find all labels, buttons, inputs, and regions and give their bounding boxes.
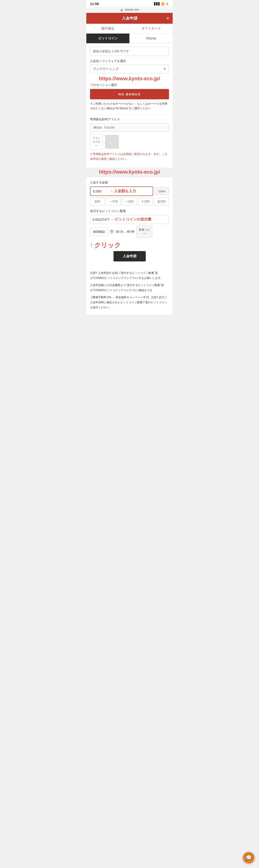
wifi-icon: 📶 — [161, 2, 165, 5]
browser-bar: 🔒 eldoah.com — [86, 7, 173, 13]
status-icons: ▋▋▋ 📶 🔋 — [154, 2, 169, 5]
amount-label: 入金する金額 — [90, 181, 169, 185]
qr-copy-row: アドレスコピー — [90, 134, 169, 150]
tab-bitcoin[interactable]: ビットコイン — [86, 34, 130, 43]
timer-icon: ⏱ — [110, 229, 114, 234]
wallet-address: 3N1Us 7cbzSh — [90, 123, 169, 132]
click-arrow-icon: ↑ — [90, 242, 93, 248]
no-bonus-button[interactable]: NO BONUS — [90, 89, 169, 99]
click-text: クリック — [94, 241, 121, 250]
tabs-row-1: 銀行振込 ギフトカード — [86, 24, 173, 34]
notice-text: 最低入金額は 1,000 円です — [93, 50, 129, 53]
notes-section: 注意!! 入金申請する前に"送付するビットコイン数量"及び"CASINOビットコ… — [86, 268, 173, 315]
quick-amount-1000[interactable]: 一千円 — [106, 198, 121, 206]
btc-label: 送付するビットコイン数量 — [90, 209, 169, 213]
browser-url: eldoah.com — [125, 8, 139, 11]
status-bar: 11:58 ▋▋▋ 📶 🔋 — [86, 0, 173, 7]
modal-title: 入金申請 — [122, 16, 138, 21]
quick-amount-100000[interactable]: 十万円 — [138, 198, 153, 206]
software-select[interactable]: アジアゲーミング — [90, 65, 169, 73]
software-select-wrap[interactable]: アジアゲーミング ▼ — [90, 65, 169, 73]
battery-icon: 🔋 — [166, 2, 169, 5]
btc-value: 0.00107477 — [92, 218, 110, 221]
address-copy-button[interactable]: アドレスコピー — [90, 134, 103, 150]
promo-label: プロモーション選択 — [90, 83, 169, 87]
tab-gift-card[interactable]: ギフトカード — [130, 24, 173, 33]
signal-icon: ▋▋▋ — [154, 2, 160, 5]
note-1: 注意!! 入金申請する前に"送付するビットコイン数量"及び"CASINOビットコ… — [90, 271, 169, 281]
note-3: 【事務手数料 5% → 現在無料キャンペーン中!!】 注意!! 必ずご入金申請時… — [90, 295, 169, 310]
quick-amount-1000000[interactable]: 百万円 — [154, 198, 169, 206]
annotation-url-1: https://www.kyoto-eco.jp/ — [90, 74, 169, 83]
software-select-label: 入金先ソフトウェアを選択 — [90, 59, 169, 63]
btc-annotation: ←ビットコインの送付量 — [111, 217, 151, 222]
btc-input-wrap: 0.00107477 ←ビットコインの送付量 — [90, 215, 169, 224]
submit-button[interactable]: 入金申請 — [114, 251, 146, 261]
divider-1 — [90, 114, 169, 115]
tab-bank-transfer[interactable]: 銀行振込 — [86, 24, 130, 33]
rate-confirm-button[interactable]: 相場確認 — [90, 228, 108, 236]
lock-icon: 🔒 — [120, 8, 123, 11]
amount-input-wrap[interactable]: ←入金額を入力 — [90, 186, 153, 196]
amount-input[interactable] — [93, 189, 109, 193]
click-annotation: ↑ クリック — [90, 241, 169, 250]
note-2: 入金申請後に入出金履歴より"送付するビットコイン数量"及び"CASINOビットコ… — [90, 283, 169, 293]
rate-row: 相場確認 ⏱ 04 分，48 秒 数量コピー — [90, 226, 169, 238]
amount-input-row: ←入金額を入力 Clear — [90, 186, 169, 196]
tab-sticpay[interactable]: Sticpay — [130, 34, 173, 43]
notice-box: 最低入金額は 1,000 円です — [90, 47, 169, 56]
status-time: 11:58 — [90, 2, 99, 6]
btc-input-row: 0.00107477 ←ビットコインの送付量 — [90, 215, 169, 224]
bonus-note: ※ご利用いただけるボーナスがない、もしくはボーナスを利用されたくない場合は"No… — [90, 102, 169, 111]
amount-content: 入金する金額 ←入金額を入力 Clear 百円 一千円 一万円 十万円 百万円 … — [86, 177, 173, 268]
wallet-note: ※専用振込財布アドレスは定期的に変更されます。必ず、ご入金申請の都度ご確認くださ… — [90, 152, 169, 161]
quick-amount-10000[interactable]: 一万円 — [122, 198, 137, 206]
main-content: 最低入金額は 1,000 円です 入金先ソフトウェアを選択 アジアゲーミング ▼… — [86, 43, 173, 167]
quick-amounts-row: 百円 一千円 一万円 十万円 百万円 — [90, 198, 169, 206]
quick-amount-100[interactable]: 百円 — [90, 198, 105, 206]
qr-code-image — [105, 135, 119, 149]
wallet-label: 専用振込財布アドレス — [90, 117, 169, 121]
timer-text: 04 分，48 秒 — [116, 230, 135, 234]
modal-header: 入金申請 ✕ — [86, 13, 173, 24]
tabs-row-2: ビットコイン Sticpay — [86, 34, 173, 43]
modal-close-button[interactable]: ✕ — [166, 16, 169, 21]
annotation-url-2: https://www.kyoto-eco.jp/ — [86, 167, 173, 177]
quantity-copy-button[interactable]: 数量コピー — [136, 226, 152, 238]
clear-button[interactable]: Clear — [155, 187, 169, 195]
amount-annotation: ←入金額を入力 — [110, 189, 136, 194]
